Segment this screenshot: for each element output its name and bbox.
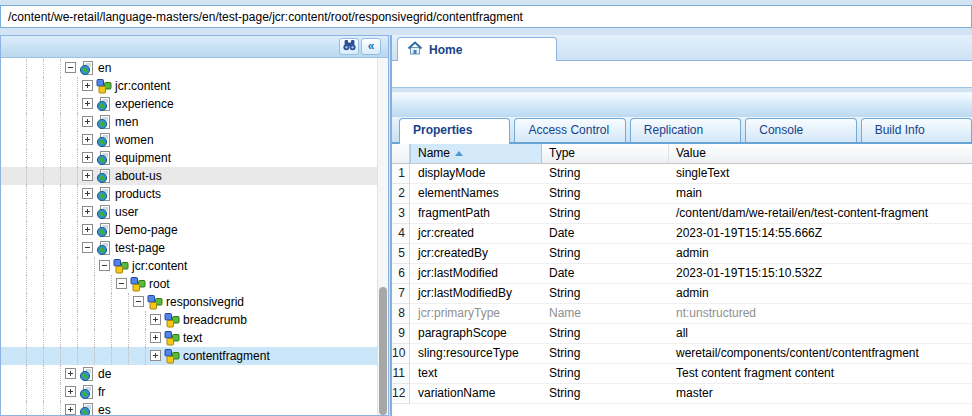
property-value-cell[interactable]: admin [669,244,972,264]
expand-icon[interactable] [150,332,161,343]
collapse-icon[interactable] [116,278,127,289]
property-type-cell[interactable]: String [542,204,669,224]
property-name-cell[interactable]: paragraphScope [410,324,542,344]
expand-icon[interactable] [82,152,93,163]
tree-node-women[interactable]: women [1,131,377,149]
property-value-cell[interactable]: nt:unstructured [669,304,972,324]
search-button[interactable] [339,38,359,55]
expand-icon[interactable] [82,206,93,217]
property-name-cell[interactable]: sling:resourceType [410,344,542,364]
expand-icon[interactable] [150,314,161,325]
property-type-cell[interactable]: Name [542,304,669,324]
tree-node-contentfragment[interactable]: contentfragment [1,347,377,365]
expand-icon[interactable] [65,368,76,379]
property-type-cell[interactable]: String [542,284,669,304]
property-value-cell[interactable]: Test content fragment content [669,364,972,384]
property-type-cell[interactable]: String [542,384,669,404]
property-value-cell[interactable]: weretail/components/content/contentfragm… [669,344,972,364]
tab-console[interactable]: Console [745,118,856,142]
expand-icon[interactable] [150,350,161,361]
property-name-cell[interactable]: displayMode [410,164,542,184]
property-value-cell[interactable]: singleText [669,164,972,184]
tree-node-fr[interactable]: fr [1,383,377,401]
property-value-cell[interactable]: master [669,384,972,404]
property-row-variationName[interactable]: 12variationNameStringmaster [392,384,972,404]
property-value-cell[interactable]: main [669,184,972,204]
property-name-cell[interactable]: jcr:created [410,224,542,244]
column-header-name[interactable]: Name [410,144,542,163]
tree-scrollbar-thumb[interactable] [379,287,387,415]
tree-node-breadcrumb[interactable]: breadcrumb [1,311,377,329]
collapse-icon[interactable] [65,62,76,73]
property-row-jcr:createdBy[interactable]: 5jcr:createdByStringadmin [392,244,972,264]
property-value-cell[interactable]: 2023-01-19T15:14:55.666Z [669,224,972,244]
tab-build-info[interactable]: Build Info [861,118,972,142]
property-row-text[interactable]: 11textStringTest content fragment conten… [392,364,972,384]
property-name-cell[interactable]: jcr:primaryType [410,304,542,324]
expand-icon[interactable] [82,116,93,127]
tree-node-experience[interactable]: experience [1,95,377,113]
property-type-cell[interactable]: String [542,164,669,184]
tree-node-text[interactable]: text [1,329,377,347]
tree-node-about-us[interactable]: about-us [1,167,377,185]
tree-node-es[interactable]: es [1,401,377,415]
tab-replication[interactable]: Replication [630,118,741,142]
tree-node-men[interactable]: men [1,113,377,131]
property-row-paragraphScope[interactable]: 9paragraphScopeStringall [392,324,972,344]
property-row-sling:resourceType[interactable]: 10sling:resourceTypeStringweretail/compo… [392,344,972,364]
property-row-displayMode[interactable]: 1displayModeStringsingleText [392,164,972,184]
collapse-icon[interactable] [82,242,93,253]
tree-node-root[interactable]: root [1,275,377,293]
expand-icon[interactable] [65,404,76,415]
expand-icon[interactable] [82,80,93,91]
property-name-cell[interactable]: jcr:createdBy [410,244,542,264]
tree-node-jcr:content[interactable]: jcr:content [1,257,377,275]
tree-node-Demo-page[interactable]: Demo-page [1,221,377,239]
collapse-icon[interactable] [133,296,144,307]
path-input[interactable] [0,5,972,28]
expand-icon[interactable] [82,188,93,199]
property-value-cell[interactable]: admin [669,284,972,304]
tree-node-jcr:content[interactable]: jcr:content [1,77,377,95]
property-name-cell[interactable]: elementNames [410,184,542,204]
property-row-jcr:created[interactable]: 4jcr:createdDate2023-01-19T15:14:55.666Z [392,224,972,244]
expand-icon[interactable] [82,98,93,109]
tree-scrollbar-track[interactable] [377,58,388,415]
tree-node-en[interactable]: en [1,59,377,77]
tree-node-products[interactable]: products [1,185,377,203]
tab-home[interactable]: Home [397,37,557,61]
expand-icon[interactable] [82,224,93,235]
tab-properties[interactable]: Properties [399,118,510,144]
property-value-cell[interactable]: /content/dam/we-retail/en/test-content-f… [669,204,972,224]
property-value-cell[interactable]: 2023-01-19T15:15:10.532Z [669,264,972,284]
property-value-cell[interactable]: all [669,324,972,344]
tab-access-control[interactable]: Access Control [514,118,625,142]
collapse-icon[interactable] [99,260,110,271]
tree-node-equipment[interactable]: equipment [1,149,377,167]
tree-node-user[interactable]: user [1,203,377,221]
property-row-jcr:lastModified[interactable]: 6jcr:lastModifiedDate2023-01-19T15:15:10… [392,264,972,284]
property-row-jcr:lastModifiedBy[interactable]: 7jcr:lastModifiedByStringadmin [392,284,972,304]
property-name-cell[interactable]: text [410,364,542,384]
expand-icon[interactable] [65,386,76,397]
property-type-cell[interactable]: String [542,184,669,204]
property-row-fragmentPath[interactable]: 3fragmentPathString/content/dam/we-retai… [392,204,972,224]
property-row-elementNames[interactable]: 2elementNamesStringmain [392,184,972,204]
property-row-jcr:primaryType[interactable]: 8jcr:primaryTypeNament:unstructured [392,304,972,324]
column-header-value[interactable]: Value [669,144,972,163]
property-name-cell[interactable]: fragmentPath [410,204,542,224]
property-type-cell[interactable]: Date [542,264,669,284]
property-name-cell[interactable]: variationName [410,384,542,404]
property-type-cell[interactable]: String [542,324,669,344]
property-type-cell[interactable]: Date [542,224,669,244]
property-name-cell[interactable]: jcr:lastModifiedBy [410,284,542,304]
expand-icon[interactable] [82,134,93,145]
property-type-cell[interactable]: String [542,364,669,384]
property-type-cell[interactable]: String [542,244,669,264]
expand-icon[interactable] [82,170,93,181]
collapse-panel-button[interactable]: « [361,38,381,55]
property-name-cell[interactable]: jcr:lastModified [410,264,542,284]
property-type-cell[interactable]: String [542,344,669,364]
column-header-type[interactable]: Type [542,144,669,163]
tree-node-responsivegrid[interactable]: responsivegrid [1,293,377,311]
